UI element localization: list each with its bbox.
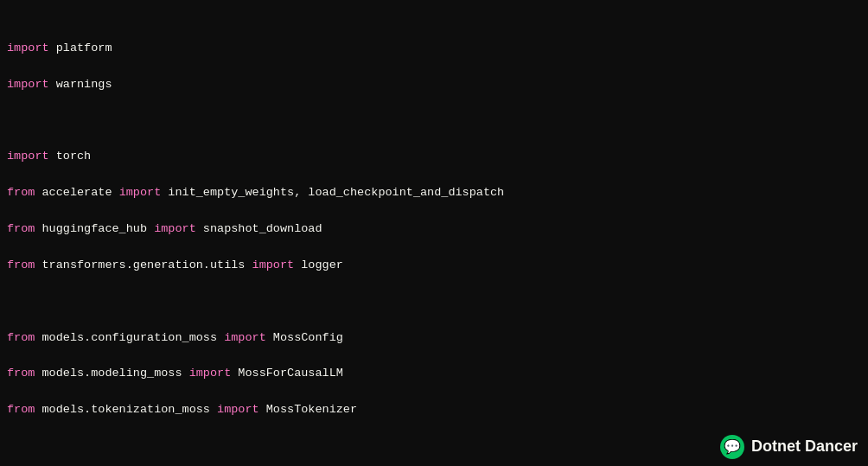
line-4: import torch bbox=[7, 148, 861, 166]
line-7: from transformers.generation.utils impor… bbox=[7, 257, 861, 275]
line-6: from huggingface_hub import snapshot_dow… bbox=[7, 220, 861, 239]
line-2: import warnings bbox=[7, 76, 861, 94]
line-3 bbox=[7, 112, 861, 131]
watermark-text: Dotnet Dancer bbox=[751, 435, 858, 459]
line-10: from models.modeling_moss import MossFor… bbox=[7, 365, 861, 383]
watermark: 💬 Dotnet Dancer bbox=[720, 435, 858, 459]
line-5: from accelerate import init_empty_weight… bbox=[7, 184, 861, 202]
line-9: from models.configuration_moss import Mo… bbox=[7, 329, 861, 348]
line-11: from models.tokenization_moss import Mos… bbox=[7, 401, 861, 419]
line-8 bbox=[7, 293, 861, 311]
wechat-icon: 💬 bbox=[720, 435, 744, 459]
code-block: import platform import warnings import t… bbox=[0, 0, 868, 466]
line-1: import platform bbox=[7, 40, 861, 58]
